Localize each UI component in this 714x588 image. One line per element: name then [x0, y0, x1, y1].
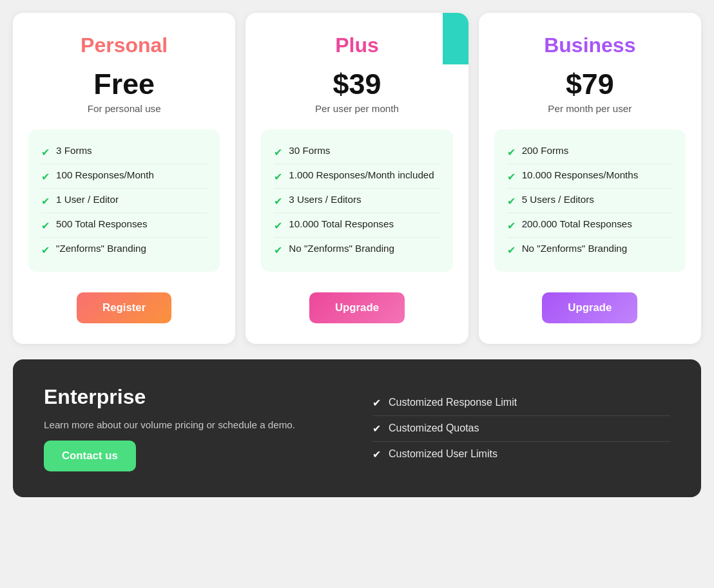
list-item: ✔500 Total Responses — [41, 213, 207, 238]
list-item: ✔10.000 Responses/Months — [507, 164, 673, 189]
feature-text: 3 Forms — [56, 145, 92, 156]
check-icon: ✔ — [274, 195, 282, 207]
feature-text: 1 User / Editor — [56, 194, 119, 205]
check-icon: ✔ — [507, 146, 516, 158]
list-item: ✔3 Forms — [41, 140, 207, 164]
personal-button[interactable]: Register — [77, 292, 171, 323]
list-item: ✔200 Forms — [507, 140, 673, 164]
list-item: ✔200.000 Total Responses — [507, 213, 673, 238]
check-icon: ✔ — [41, 244, 50, 256]
plan-price-business: $79 — [566, 68, 614, 100]
feature-text: 200 Forms — [522, 145, 569, 156]
plan-price-personal: Free — [93, 68, 155, 100]
feature-text: 10.000 Responses/Months — [522, 169, 639, 180]
plan-subtitle-business: Per month per user — [548, 103, 632, 114]
list-item: ✔1 User / Editor — [41, 189, 207, 213]
enterprise-section: Enterprise Learn more about our volume p… — [13, 359, 701, 497]
plan-name-personal: Personal — [81, 33, 168, 57]
enterprise-feature-text: Customized Quotas — [389, 422, 479, 434]
list-item: ✔No "Zenforms" Branding — [274, 238, 439, 261]
feature-text: "Zenforms" Branding — [56, 243, 146, 254]
business-button[interactable]: Upgrade — [542, 292, 637, 323]
check-icon: ✔ — [507, 244, 516, 256]
check-icon: ✔ — [274, 220, 282, 232]
list-item: ✔30 Forms — [274, 140, 439, 164]
check-icon: ✔ — [372, 397, 381, 409]
feature-text: 1.000 Responses/Month included — [289, 169, 434, 180]
check-icon: ✔ — [41, 195, 50, 207]
enterprise-description: Learn more about our volume pricing or s… — [44, 419, 342, 430]
check-icon: ✔ — [372, 422, 381, 435]
check-icon: ✔ — [274, 244, 282, 256]
feature-text: 5 Users / Editors — [522, 194, 594, 205]
list-item: ✔Customized Quotas — [372, 416, 670, 442]
check-icon: ✔ — [41, 220, 50, 232]
check-icon: ✔ — [507, 195, 516, 207]
enterprise-features-list: ✔Customized Response Limit✔Customized Qu… — [372, 390, 670, 467]
list-item: ✔5 Users / Editors — [507, 189, 673, 213]
feature-text: 10.000 Total Responses — [289, 218, 394, 229]
feature-text: 200.000 Total Responses — [522, 218, 632, 229]
feature-text: 500 Total Responses — [56, 218, 148, 229]
plan-name-business: Business — [544, 33, 635, 57]
check-icon: ✔ — [372, 448, 381, 460]
check-icon: ✔ — [41, 171, 50, 183]
plan-subtitle-plus: Per user per month — [315, 103, 399, 114]
features-list-business: ✔200 Forms✔10.000 Responses/Months✔5 Use… — [494, 129, 686, 272]
plan-card-personal: PersonalFreeFor personal use✔3 Forms✔100… — [13, 13, 235, 344]
check-icon: ✔ — [274, 146, 282, 158]
features-list-plus: ✔30 Forms✔1.000 Responses/Month included… — [261, 129, 452, 272]
check-icon: ✔ — [274, 171, 282, 183]
list-item: ✔"Zenforms" Branding — [41, 238, 207, 261]
check-icon: ✔ — [41, 146, 50, 158]
pricing-section: PersonalFreeFor personal use✔3 Forms✔100… — [13, 13, 701, 344]
contact-us-button[interactable]: Contact us — [44, 441, 136, 471]
enterprise-feature-text: Customized User Limits — [389, 448, 497, 460]
plan-card-plus: Plus$39Per user per month✔30 Forms✔1.000… — [246, 13, 468, 344]
plan-card-business: Business$79Per month per user✔200 Forms✔… — [479, 13, 701, 344]
plus-button[interactable]: Upgrade — [309, 292, 405, 323]
feature-text: No "Zenforms" Branding — [289, 243, 394, 254]
list-item: ✔1.000 Responses/Month included — [274, 164, 439, 189]
feature-text: 30 Forms — [289, 145, 330, 156]
feature-text: 100 Responses/Month — [56, 169, 154, 180]
list-item: ✔100 Responses/Month — [41, 164, 207, 189]
list-item: ✔Customized User Limits — [372, 442, 670, 467]
enterprise-title: Enterprise — [44, 385, 342, 409]
plan-name-plus: Plus — [335, 33, 379, 57]
plus-badge — [443, 13, 468, 64]
check-icon: ✔ — [507, 220, 516, 232]
enterprise-feature-text: Customized Response Limit — [389, 397, 517, 408]
list-item: ✔Customized Response Limit — [372, 390, 670, 416]
feature-text: No "Zenforms" Branding — [522, 243, 628, 254]
check-icon: ✔ — [507, 171, 516, 183]
plan-subtitle-personal: For personal use — [88, 103, 161, 114]
list-item: ✔10.000 Total Responses — [274, 213, 439, 238]
list-item: ✔No "Zenforms" Branding — [507, 238, 673, 261]
plan-price-plus: $39 — [333, 68, 381, 100]
features-list-personal: ✔3 Forms✔100 Responses/Month✔1 User / Ed… — [28, 129, 220, 272]
feature-text: 3 Users / Editors — [289, 194, 361, 205]
list-item: ✔3 Users / Editors — [274, 189, 439, 213]
